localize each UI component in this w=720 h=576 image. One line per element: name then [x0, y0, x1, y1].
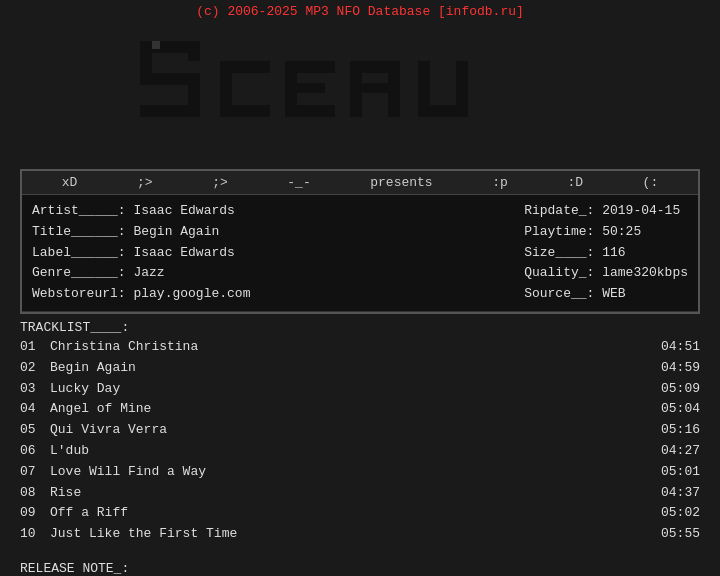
nfo-box: xD ;> ;> -_- presents :p :D (: Artist___…	[20, 169, 700, 314]
track-left: 01Christina Christina	[20, 337, 198, 358]
header-item-3: -_-	[287, 175, 310, 190]
track-number: 09	[20, 503, 40, 524]
size-label: Size____:	[524, 245, 594, 260]
track-duration: 05:55	[661, 524, 700, 545]
header-item-0: xD	[62, 175, 78, 190]
track-title: Rise	[50, 483, 81, 504]
header-item-5: :p	[492, 175, 508, 190]
logo-container	[0, 21, 720, 169]
track-number: 08	[20, 483, 40, 504]
track-left: 08Rise	[20, 483, 81, 504]
track-left: 05Qui Vivra Verra	[20, 420, 167, 441]
track-number: 04	[20, 399, 40, 420]
track-duration: 05:09	[661, 379, 700, 400]
track-number: 05	[20, 420, 40, 441]
artist-label: Artist_____:	[32, 203, 126, 218]
header-item-6: :D	[567, 175, 583, 190]
track-duration: 04:27	[661, 441, 700, 462]
track-number: 01	[20, 337, 40, 358]
genre-label: Genre______:	[32, 265, 126, 280]
track-title: Angel of Mine	[50, 399, 151, 420]
track-number: 06	[20, 441, 40, 462]
track-row: 08Rise04:37	[20, 483, 700, 504]
title-value: Begin Again	[133, 224, 219, 239]
track-number: 03	[20, 379, 40, 400]
copyright-text: (c) 2006-2025 MP3 NFO Database [infodb.r…	[0, 0, 720, 21]
logo-svg	[120, 31, 600, 161]
size-value: 116	[602, 245, 625, 260]
webstore-value: play.google.com	[133, 286, 250, 301]
track-row: 01Christina Christina04:51	[20, 337, 700, 358]
svg-rect-10	[285, 83, 325, 93]
tracklist-header: TRACKLIST____:	[20, 320, 700, 335]
track-row: 06L'dub04:27	[20, 441, 700, 462]
track-row: 02Begin Again04:59	[20, 358, 700, 379]
track-duration: 04:51	[661, 337, 700, 358]
label-value: Isaac Edwards	[133, 245, 234, 260]
header-item-1: ;>	[137, 175, 153, 190]
svg-rect-15	[350, 83, 400, 93]
header-bar: xD ;> ;> -_- presents :p :D (:	[22, 171, 698, 195]
quality-value: lame320kbps	[602, 265, 688, 280]
track-duration: 05:01	[661, 462, 700, 483]
header-item-2: ;>	[212, 175, 228, 190]
artist-value: Isaac Edwards	[133, 203, 234, 218]
header-item-7: (:	[643, 175, 659, 190]
genre-value: Jazz	[133, 265, 164, 280]
track-duration: 05:04	[661, 399, 700, 420]
track-number: 07	[20, 462, 40, 483]
playtime-label: Playtime:	[524, 224, 594, 239]
track-title: Christina Christina	[50, 337, 198, 358]
track-title: Qui Vivra Verra	[50, 420, 167, 441]
track-title: Begin Again	[50, 358, 136, 379]
track-duration: 05:02	[661, 503, 700, 524]
header-item-4: presents	[370, 175, 432, 190]
track-duration: 05:16	[661, 420, 700, 441]
quality-label: Quality_:	[524, 265, 594, 280]
track-left: 07Love Will Find a Way	[20, 462, 206, 483]
info-left: Artist_____: Isaac Edwards Title______: …	[32, 201, 250, 305]
svg-rect-3	[188, 73, 200, 108]
track-left: 10Just Like the First Time	[20, 524, 237, 545]
release-note-header: RELEASE NOTE_:	[0, 551, 720, 576]
track-left: 09Off a Riff	[20, 503, 128, 524]
track-title: Off a Riff	[50, 503, 128, 524]
svg-rect-20	[188, 41, 200, 61]
track-row: 05Qui Vivra Verra05:16	[20, 420, 700, 441]
info-right: Ripdate_: 2019-04-15 Playtime: 50:25 Siz…	[524, 201, 688, 305]
track-title: L'dub	[50, 441, 89, 462]
track-left: 03Lucky Day	[20, 379, 120, 400]
info-section: Artist_____: Isaac Edwards Title______: …	[22, 195, 698, 312]
svg-rect-11	[285, 105, 335, 117]
track-row: 09Off a Riff05:02	[20, 503, 700, 524]
track-duration: 04:59	[661, 358, 700, 379]
ripdate-value: 2019-04-15	[602, 203, 680, 218]
label-label: Label______:	[32, 245, 126, 260]
tracklist-section: TRACKLIST____: 01Christina Christina04:5…	[0, 314, 720, 551]
track-number: 10	[20, 524, 40, 545]
track-row: 04Angel of Mine05:04	[20, 399, 700, 420]
svg-rect-7	[220, 105, 270, 117]
svg-rect-18	[418, 105, 468, 117]
track-duration: 04:37	[661, 483, 700, 504]
playtime-value: 50:25	[602, 224, 641, 239]
ripdate-label: Ripdate_:	[524, 203, 594, 218]
track-left: 02Begin Again	[20, 358, 136, 379]
source-value: WEB	[602, 286, 625, 301]
svg-rect-1	[140, 41, 152, 76]
track-title: Just Like the First Time	[50, 524, 237, 545]
track-title: Love Will Find a Way	[50, 462, 206, 483]
svg-rect-19	[152, 41, 160, 49]
track-row: 07Love Will Find a Way05:01	[20, 462, 700, 483]
track-number: 02	[20, 358, 40, 379]
svg-rect-4	[140, 105, 200, 117]
title-label: Title______:	[32, 224, 126, 239]
track-title: Lucky Day	[50, 379, 120, 400]
track-left: 04Angel of Mine	[20, 399, 151, 420]
track-row: 10Just Like the First Time05:55	[20, 524, 700, 545]
track-row: 03Lucky Day05:09	[20, 379, 700, 400]
source-label: Source__:	[524, 286, 594, 301]
track-left: 06L'dub	[20, 441, 89, 462]
webstore-label: Webstoreurl:	[32, 286, 126, 301]
tracklist-rows: 01Christina Christina04:5102Begin Again0…	[20, 337, 700, 545]
